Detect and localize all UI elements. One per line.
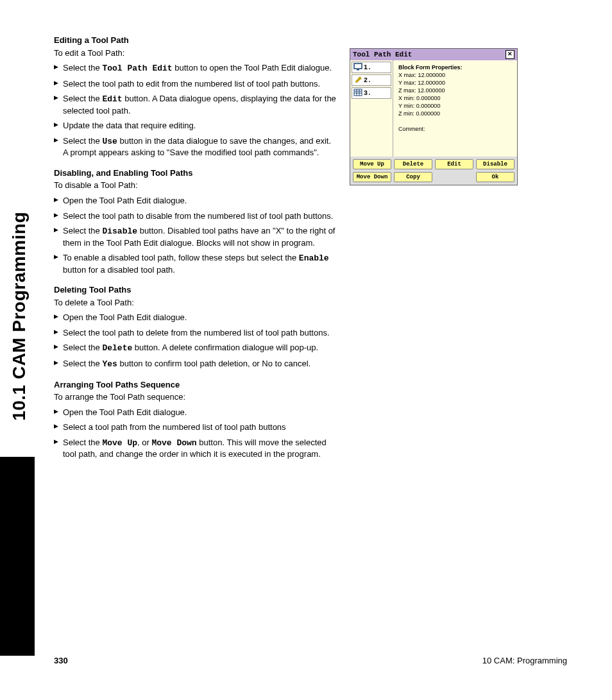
bullet-item: Select the Edit button. A Data dialogue … bbox=[54, 93, 336, 116]
section-intro: To disable a Tool Path: bbox=[54, 180, 336, 191]
copy-button[interactable]: Copy bbox=[394, 172, 432, 182]
prop-row: Comment: bbox=[398, 126, 463, 132]
prop-row: Y min: 0.000000 bbox=[398, 103, 463, 109]
mono-label: Yes bbox=[102, 359, 117, 369]
path-item-button[interactable]: 1. bbox=[352, 62, 391, 73]
dialog-title: Tool Path Edit bbox=[353, 51, 412, 58]
bullet-item: Update the data that require editing. bbox=[54, 120, 336, 132]
move-up-button[interactable]: Move Up bbox=[353, 159, 391, 169]
path-item-number: 3. bbox=[364, 90, 371, 97]
path-item-number: 1. bbox=[364, 64, 371, 71]
mono-label: Edit bbox=[102, 94, 122, 104]
prop-row: X max: 12.000000 bbox=[398, 72, 463, 78]
bullet-item: Select the Delete button. A delete confi… bbox=[54, 342, 336, 354]
section-intro: To arrange the Tool Path sequence: bbox=[54, 391, 336, 403]
mono-label: Tool Path Edit bbox=[102, 64, 172, 73]
props-title: Block Form Properties: bbox=[398, 64, 463, 71]
bullet-list: Open the Tool Path Edit dialogue.Select … bbox=[54, 195, 336, 275]
monitor-icon bbox=[353, 63, 362, 73]
prop-row bbox=[398, 118, 463, 124]
grid-icon bbox=[353, 89, 362, 98]
svg-rect-1 bbox=[357, 69, 359, 71]
bullet-item: Select the tool path to delete from the … bbox=[54, 327, 336, 339]
dialog-button-bar: Move UpDeleteEditDisableMove DownCopyOk bbox=[350, 157, 517, 185]
delete-button[interactable]: Delete bbox=[394, 159, 432, 169]
bullet-list: Open the Tool Path Edit dialogue.Select … bbox=[54, 407, 336, 460]
move-down-button[interactable]: Move Down bbox=[353, 172, 391, 182]
disable-button[interactable]: Disable bbox=[476, 159, 514, 169]
main-content: Editing a Tool PathTo edit a Tool Path:S… bbox=[54, 35, 336, 465]
svg-rect-2 bbox=[354, 89, 362, 96]
path-item-button[interactable]: 3. bbox=[352, 87, 391, 99]
bullet-item: Select the Tool Path Edit button to open… bbox=[54, 62, 336, 74]
svg-rect-0 bbox=[354, 64, 362, 69]
mono-label: Enable bbox=[299, 253, 329, 263]
bullet-item: Open the Tool Path Edit dialogue. bbox=[54, 407, 336, 418]
mono-label: Use bbox=[102, 137, 117, 146]
page-footer: 330 10 CAM: Programming bbox=[54, 656, 567, 665]
path-list: 1.2.3. bbox=[350, 60, 393, 157]
dialog-body: 1.2.3. Block Form Properties: X max: 12.… bbox=[350, 60, 517, 157]
bullet-item: Select the Yes button to confirm tool pa… bbox=[54, 358, 336, 370]
tool-path-edit-dialog: Tool Path Edit ✕ 1.2.3. Block Form Prope… bbox=[350, 48, 518, 185]
bullet-list: Open the Tool Path Edit dialogue.Select … bbox=[54, 312, 336, 370]
page-number: 330 bbox=[54, 656, 68, 665]
mono-label: Move Up bbox=[102, 438, 137, 448]
prop-row: Z min: 0.000000 bbox=[398, 110, 463, 117]
close-icon[interactable]: ✕ bbox=[506, 50, 514, 59]
section-title: Arranging Tool Paths Sequence bbox=[54, 379, 336, 391]
side-tab-label: 10.1 CAM Programming bbox=[9, 212, 30, 421]
prop-row: Z max: 12.000000 bbox=[398, 87, 463, 94]
section-intro: To edit a Tool Path: bbox=[54, 47, 336, 59]
section-title: Disabling, and Enabling Tool Paths bbox=[54, 167, 336, 179]
section-title: Editing a Tool Path bbox=[54, 35, 336, 46]
props-body: X max: 12.000000Y max: 12.000000Z max: 1… bbox=[398, 72, 463, 132]
properties-panel: Block Form Properties: X max: 12.000000Y… bbox=[393, 60, 468, 157]
mono-label: Move Down bbox=[151, 438, 196, 448]
prop-row: Y max: 12.000000 bbox=[398, 80, 463, 86]
bullet-item: Open the Tool Path Edit dialogue. bbox=[54, 312, 336, 323]
mono-label: Disable bbox=[102, 226, 137, 236]
dialog-titlebar: Tool Path Edit ✕ bbox=[350, 49, 517, 60]
wrench-icon bbox=[353, 76, 362, 85]
section-title: Deleting Tool Paths bbox=[54, 284, 336, 296]
bullet-list: Select the Tool Path Edit button to open… bbox=[54, 62, 336, 158]
edit-button[interactable]: Edit bbox=[435, 159, 473, 169]
bullet-item: Select the Use button in the data dialog… bbox=[54, 135, 336, 158]
bullet-item: Select the tool path to edit from the nu… bbox=[54, 78, 336, 90]
chapter-label: 10 CAM: Programming bbox=[482, 656, 567, 665]
bullet-item: Select the Move Up, or Move Down button.… bbox=[54, 437, 336, 460]
button-grid: Move UpDeleteEditDisableMove DownCopyOk bbox=[353, 159, 514, 182]
bullet-item: Select the tool path to disable from the… bbox=[54, 210, 336, 222]
path-item-button[interactable]: 2. bbox=[352, 74, 391, 86]
bullet-item: To enable a disabled tool path, follow t… bbox=[54, 252, 336, 275]
ok-button[interactable]: Ok bbox=[476, 172, 514, 182]
bullet-item: Select a tool path from the numbered lis… bbox=[54, 422, 336, 433]
prop-row: X min: 0.000000 bbox=[398, 95, 463, 101]
side-black-block bbox=[0, 457, 35, 656]
bullet-item: Open the Tool Path Edit dialogue. bbox=[54, 195, 336, 207]
section-intro: To delete a Tool Path: bbox=[54, 297, 336, 309]
mono-label: Delete bbox=[102, 343, 132, 353]
bullet-item: Select the Disable button. Disabled tool… bbox=[54, 225, 336, 248]
path-item-number: 2. bbox=[364, 77, 371, 84]
side-tab: 10.1 CAM Programming bbox=[9, 19, 32, 456]
